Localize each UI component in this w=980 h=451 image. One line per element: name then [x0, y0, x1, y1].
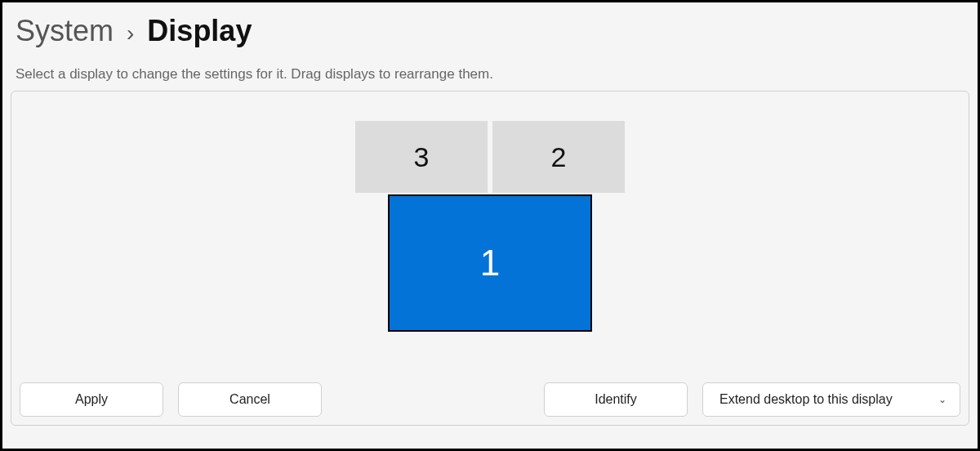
identify-button[interactable]: Identify: [544, 382, 688, 417]
multi-display-mode-dropdown[interactable]: Extend desktop to this display ⌄: [702, 382, 960, 417]
breadcrumb: System › Display: [11, 14, 969, 48]
dropdown-selected-label: Extend desktop to this display: [719, 392, 893, 407]
page-title: Display: [147, 14, 252, 48]
display-arrangement-panel: 3 2 1 Apply Cancel Identify Extend deskt…: [11, 91, 969, 426]
display-tile-3[interactable]: 3: [355, 121, 488, 193]
apply-button[interactable]: Apply: [20, 382, 163, 417]
button-bar: Apply Cancel Identify Extend desktop to …: [20, 382, 960, 417]
display-tile-1-selected[interactable]: 1: [388, 194, 592, 332]
cancel-button[interactable]: Cancel: [178, 382, 322, 417]
display-tile-2[interactable]: 2: [492, 121, 625, 193]
breadcrumb-parent[interactable]: System: [16, 14, 114, 48]
display-canvas[interactable]: 3 2 1: [11, 121, 969, 332]
chevron-right-icon: ›: [127, 20, 134, 47]
chevron-down-icon: ⌄: [938, 394, 947, 405]
instruction-text: Select a display to change the settings …: [11, 66, 969, 83]
